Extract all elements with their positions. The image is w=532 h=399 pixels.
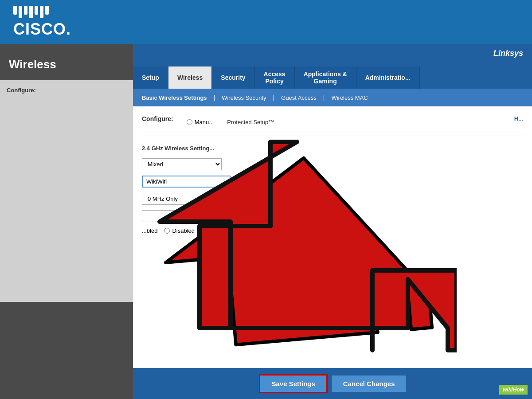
logo-bar-4 [29, 6, 33, 18]
cisco-header: CISCO. [0, 0, 532, 44]
cancel-changes-button[interactable]: Cancel Changes [332, 376, 406, 392]
nav-tabs: Setup Wireless Security AccessPolicy App… [133, 62, 532, 89]
protected-setup-label: Protected Setup™ [227, 119, 274, 125]
radio-disabled-input[interactable] [164, 228, 170, 234]
tab-setup[interactable]: Setup [133, 66, 168, 89]
configure-label: Configure: [142, 115, 173, 122]
wifi-settings-section: 2.4 GHz Wireless Setting... Mixed 0 MHz … [142, 145, 523, 234]
logo-bar-2 [19, 6, 22, 18]
disabled-label: Disabled [172, 227, 195, 234]
tab-access-policy[interactable]: AccessPolicy [255, 66, 295, 89]
linksys-bar: Linksys [133, 44, 532, 62]
sidebar-title: Wireless [0, 44, 133, 80]
content-area: Linksys Setup Wireless Security AccessPo… [133, 44, 532, 399]
ssid-broadcast-row: ...bled Disabled [142, 227, 523, 234]
logo-bar-6 [40, 6, 43, 18]
logo-bar-7 [45, 6, 49, 15]
channel-row: 0 MHz Only [142, 193, 523, 205]
cisco-logo: CISCO. [13, 6, 71, 39]
sub-nav: Basic Wireless Settings | Wireless Secur… [133, 89, 532, 106]
wikihow-badge: wikiHow [499, 385, 528, 395]
radio-disabled[interactable]: Disabled [164, 227, 195, 234]
logo-bar-3 [24, 6, 27, 15]
enabled-label: ...bled [142, 227, 157, 234]
subnav-basic-wireless[interactable]: Basic Wireless Settings [140, 94, 209, 102]
ssid-row [142, 176, 523, 188]
sidebar-content: Configure: [0, 80, 133, 302]
channel-width-select[interactable] [142, 210, 195, 222]
subnav-wireless-mac[interactable]: Wireless MAC [329, 94, 370, 102]
channel-select[interactable]: 0 MHz Only [142, 193, 222, 205]
logo-bar-1 [13, 6, 17, 15]
tab-wireless[interactable]: Wireless [168, 66, 212, 89]
page-content: H... Configure: Manu... Protected Setup™… [133, 106, 532, 368]
subnav-guest-access[interactable]: Guest Access [279, 94, 318, 102]
radio-manual-label: Manu... [195, 119, 214, 125]
action-bar: Save Settings Cancel Changes [133, 368, 532, 399]
logo-bar-5 [35, 6, 38, 15]
cisco-logo-text: CISCO. [13, 20, 71, 39]
linksys-brand: Linksys [493, 49, 523, 58]
wifi-settings-label: 2.4 GHz Wireless Setting... [142, 145, 523, 152]
ssid-input[interactable] [142, 176, 231, 188]
configure-row: Configure: Manu... Protected Setup™ [142, 115, 523, 136]
sidebar-configure-label: Configure: [7, 87, 126, 94]
sidebar: Wireless Configure: [0, 44, 133, 399]
tab-administration[interactable]: Administratio... [356, 66, 420, 89]
tab-apps-gaming[interactable]: Applications &Gaming [295, 66, 356, 89]
mode-row: Mixed [142, 158, 523, 170]
tab-security[interactable]: Security [212, 66, 254, 89]
ssid-broadcast-group: ...bled Disabled [142, 227, 195, 234]
help-link[interactable]: H... [514, 115, 523, 122]
save-settings-button[interactable]: Save Settings [259, 374, 327, 393]
main-layout: Wireless Configure: Linksys Setup Wirele… [0, 44, 532, 399]
radio-manual[interactable]: Manu... [187, 119, 214, 125]
subnav-wireless-security[interactable]: Wireless Security [219, 94, 268, 102]
mode-select[interactable]: Mixed [142, 158, 222, 170]
radio-manual-input[interactable] [187, 119, 192, 125]
channel-width-row [142, 210, 523, 222]
